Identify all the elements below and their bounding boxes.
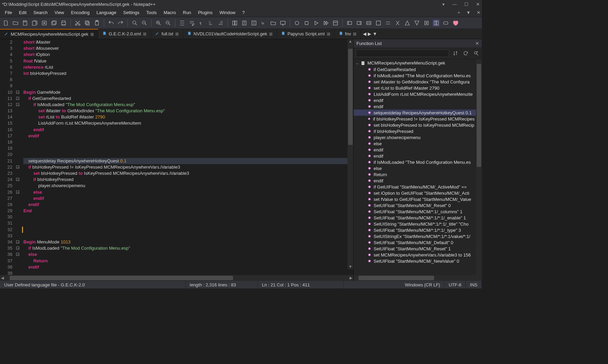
function-list-item[interactable]: endif [354, 103, 476, 110]
editor-horizontal-scrollbar[interactable]: ◀▶ [0, 275, 353, 281]
sort-icon[interactable] [452, 49, 459, 57]
copy-icon[interactable] [84, 19, 91, 27]
status-insert-mode[interactable]: INS [466, 281, 482, 288]
function-list-search[interactable] [356, 49, 449, 57]
tab-2[interactable]: full.txt⊠ [151, 29, 183, 39]
close-panel-icon[interactable]: ✕ [475, 41, 479, 46]
folder-icon[interactable] [269, 19, 277, 27]
function-list-root[interactable]: ⌄MCMRecipesAnywhereMenuScript.gek [354, 60, 476, 66]
function-list-item[interactable]: SetUIFloat "StartMenu/MCM/*:1/*:1/_type"… [354, 227, 476, 233]
monitor-icon[interactable] [279, 19, 287, 27]
function-list-item[interactable]: ListAddForm rList MCMRecipesAnywhereMenu… [354, 91, 476, 97]
function-list-item[interactable]: set bIsHotkeyPressed to IsKeyPressed MCM… [354, 122, 476, 128]
function-list-item[interactable]: SetUIString "StartMenu/MCM/*:1/*:1/_titl… [354, 221, 476, 227]
tb-ico-8[interactable] [413, 19, 421, 27]
menu-view[interactable]: View [51, 9, 68, 16]
function-list-item[interactable]: endif [354, 178, 476, 184]
tab-5[interactable]: fnv⊠ [335, 29, 361, 39]
tab-next-icon[interactable]: ▶ [368, 31, 371, 36]
tb-ico-1[interactable] [346, 19, 353, 27]
maximize-icon[interactable]: ☐ [464, 2, 468, 7]
word-wrap-icon[interactable] [188, 19, 196, 27]
heart-icon[interactable] [452, 19, 459, 27]
save-all-icon[interactable] [31, 19, 38, 27]
tab-close-icon[interactable]: ⊠ [353, 32, 356, 36]
zoom-out-icon[interactable] [164, 19, 172, 27]
cut-icon[interactable] [74, 19, 81, 27]
redo-icon[interactable] [117, 19, 124, 27]
status-eol[interactable]: Windows (CR LF) [401, 281, 445, 288]
function-list-item[interactable]: endif [354, 147, 476, 153]
tab-prev-icon[interactable]: ◀ [363, 31, 366, 36]
function-list-item[interactable]: endif [354, 153, 476, 159]
fold-gutter[interactable] [14, 39, 22, 275]
fold-all-icon[interactable]: + [457, 10, 460, 15]
function-list-vscroll[interactable] [476, 59, 482, 275]
sync-scroll-icon[interactable] [178, 19, 186, 27]
play-macro-icon[interactable] [312, 19, 320, 27]
minimize-icon[interactable]: ― [452, 2, 457, 7]
indent-guide2-icon[interactable] [217, 19, 224, 27]
function-list-item[interactable]: SetUIStringEx "StartMenu/MCM/*:1/*:1/val… [354, 233, 476, 239]
function-list-icon[interactable]: fx [260, 19, 267, 27]
save-macro-icon[interactable] [332, 19, 339, 27]
function-list-item[interactable]: setquestdelay RecipesAnywhereHotkeyQuest… [354, 110, 476, 116]
function-list-hscroll[interactable] [354, 275, 482, 281]
tb-ico-7[interactable] [404, 19, 411, 27]
tab-close-icon[interactable]: ⊠ [143, 32, 146, 36]
menu-edit[interactable]: Edit [15, 9, 30, 16]
tb-ico-3[interactable] [365, 19, 373, 27]
tab-close-icon[interactable]: ⊠ [327, 32, 330, 36]
stop-macro-icon[interactable] [303, 19, 310, 27]
menu-file[interactable]: File [1, 9, 15, 16]
function-list-item[interactable]: SetUIFloat "StartMenu/MCM/_Reset" 1 [354, 246, 476, 252]
menu-language[interactable]: Language [93, 9, 120, 16]
function-list-item[interactable]: SetUIFloat "StartMenu/MCM/_Reset" 0 [354, 202, 476, 208]
record-macro-icon[interactable] [293, 19, 301, 27]
close-window-icon[interactable]: ✕ [476, 2, 480, 7]
function-list-item[interactable]: if IsModLoaded "The Mod Configuration Me… [354, 72, 476, 79]
editor-vertical-scrollbar[interactable]: ▲▼ [347, 39, 353, 269]
tab-0[interactable]: MCMRecipesAnywhereMenuScript.gek⊠ [0, 29, 98, 39]
function-list-item[interactable]: set MCMRecipesAnywhereVars.iVariable3 to… [354, 252, 476, 258]
tab-3[interactable]: NVDLC01VaultCodeHolderScript.gek⊠ [183, 29, 277, 39]
function-list-tree[interactable]: ⌄MCMRecipesAnywhereMenuScript.gekif GetG… [354, 59, 476, 275]
function-list-item[interactable]: SetUIFloat "StartMenu/MCM/_Default" 0 [354, 239, 476, 246]
save-icon[interactable] [21, 19, 29, 27]
function-list-item[interactable]: if bIsHotkeyPressed != IsKeyPressed MCMR… [354, 116, 476, 122]
menu-encoding[interactable]: Encoding [68, 9, 93, 16]
replace-icon[interactable] [141, 19, 148, 27]
close-all-icon[interactable] [50, 19, 58, 27]
paste-icon[interactable] [93, 19, 101, 27]
tb-ico-9[interactable] [423, 19, 430, 27]
unfold-all-icon[interactable]: ▼ [466, 10, 471, 15]
status-encoding[interactable]: UTF-8 [444, 281, 466, 288]
settings-icon[interactable] [472, 49, 480, 57]
tb-ico-6[interactable] [394, 19, 401, 27]
function-list-item[interactable]: if GetGameRestarted [354, 66, 476, 72]
tb-ico-2[interactable] [355, 19, 363, 27]
undo-icon[interactable] [107, 19, 115, 27]
function-list-item[interactable]: SetUIFloat "StartMenu/MCM/*:1/_columns" … [354, 208, 476, 215]
reload-icon[interactable] [462, 49, 469, 57]
menu-run[interactable]: Run [179, 9, 195, 16]
function-list-item[interactable]: set fValue to GetUIFloat "StartMenu/MCM/… [354, 196, 476, 202]
show-all-chars-icon[interactable]: ¶ [198, 19, 205, 27]
function-list-item[interactable]: if GetUIFloat "StartMenu/MCM/_ActiveMod"… [354, 184, 476, 190]
function-list-item[interactable]: set rList to BuildRef iMaster 2790 [354, 85, 476, 91]
function-list-item[interactable]: endif [354, 97, 476, 103]
folder-as-workspace-icon[interactable] [231, 19, 239, 27]
close-icon[interactable]: ✕ [477, 10, 480, 15]
restore-down-icon[interactable]: ▾ [442, 2, 445, 7]
chevron-down-icon[interactable]: ⌄ [356, 61, 358, 65]
menu-macro[interactable]: Macro [160, 9, 179, 16]
function-list-item[interactable]: else [354, 140, 476, 147]
function-list-item[interactable]: else [354, 165, 476, 171]
tb-ico-5[interactable] [384, 19, 392, 27]
tb-ico-10[interactable] [432, 19, 440, 27]
menu-help[interactable]: ? [239, 9, 248, 16]
zoom-in-icon[interactable] [155, 19, 162, 27]
close-file-icon[interactable] [41, 19, 48, 27]
tab-list-icon[interactable]: ▼ [373, 31, 377, 36]
function-list-item[interactable]: SetUIFloat "StartMenu/MCM/*:1/*:1/_enabl… [354, 215, 476, 221]
